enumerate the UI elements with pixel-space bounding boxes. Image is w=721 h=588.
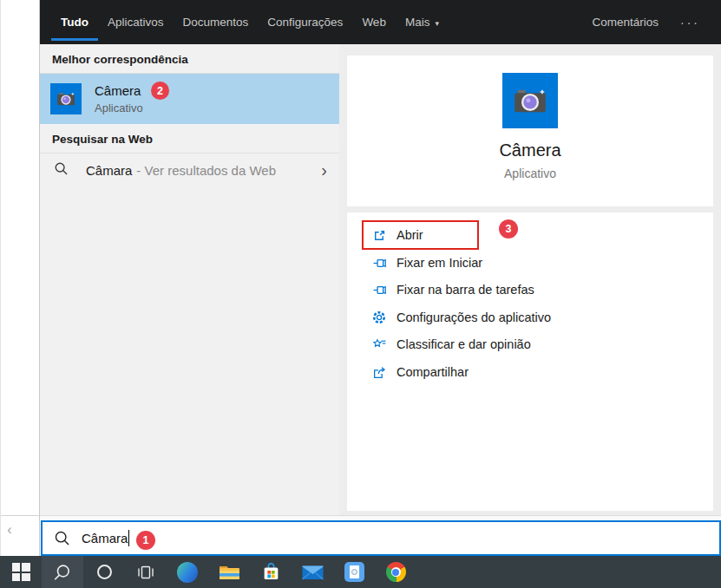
best-match-title: Câmera — [95, 83, 143, 98]
step-badge-3: 3 — [499, 219, 518, 238]
tab-web[interactable]: Web — [352, 0, 396, 44]
best-match-heading: Melhor correspondência — [40, 44, 339, 73]
search-input[interactable]: Câmara 1 — [41, 520, 721, 556]
store-button[interactable] — [250, 556, 292, 588]
chevron-right-icon: › — [321, 161, 327, 179]
search-filter-bar: Tudo Aplicativos Documentos Configuraçõe… — [40, 0, 721, 44]
search-icon — [54, 530, 70, 546]
taskbar — [0, 556, 721, 588]
scroll-left-arrow[interactable]: ‹ — [3, 521, 16, 539]
best-match-subtitle: Aplicativo — [95, 101, 143, 114]
strip-divider — [1, 515, 39, 516]
file-explorer-icon — [219, 564, 240, 581]
feedback-button[interactable]: Comentários — [592, 16, 659, 29]
app-actions-card: Abrir Fixar em Iniciar — [347, 212, 713, 511]
chrome-button[interactable] — [375, 556, 416, 588]
share-icon — [371, 364, 387, 380]
tab-aplicativos[interactable]: Aplicativos — [98, 0, 174, 44]
camera-app-icon — [50, 83, 82, 114]
web-suggestion-item[interactable]: Câmara- Ver resultados da Web › — [40, 154, 339, 186]
chrome-icon — [386, 562, 406, 582]
best-match-item[interactable]: Câmera Aplicativo 2 — [40, 74, 339, 124]
mail-button[interactable] — [292, 556, 333, 588]
search-icon — [54, 161, 69, 180]
filter-tabs: Tudo Aplicativos Documentos Configuraçõe… — [40, 0, 449, 44]
results-panel: Melhor correspondência Câmera Aplicati — [40, 44, 339, 515]
search-query-text: Câmara — [82, 531, 128, 546]
start-button[interactable] — [0, 556, 42, 588]
rate-icon — [371, 336, 387, 352]
pin-icon — [371, 255, 387, 271]
edge-icon — [177, 562, 198, 583]
windows-logo-icon — [12, 563, 30, 581]
step-badge-2: 2 — [151, 82, 169, 100]
action-label: Compartilhar — [397, 365, 469, 379]
cortana-icon — [97, 565, 112, 579]
action-compartilhar[interactable]: Compartilhar — [347, 360, 713, 384]
web-search-heading: Pesquisar na Web — [40, 124, 339, 153]
action-label: Configurações do aplicativo — [397, 310, 551, 324]
action-fixar-iniciar[interactable]: Fixar em Iniciar — [347, 251, 713, 275]
preview-panel: Câmera Aplicativo Abrir — [339, 44, 721, 515]
action-fixar-barra[interactable]: Fixar na barra de tarefas — [347, 278, 713, 302]
action-abrir[interactable]: Abrir — [347, 223, 713, 247]
search-icon — [53, 563, 72, 582]
action-label: Fixar na barra de tarefas — [397, 283, 534, 297]
document-viewer-icon — [344, 562, 364, 582]
tab-documentos[interactable]: Documentos — [174, 0, 259, 44]
app-title: Câmera — [499, 140, 560, 160]
tab-configuracoes[interactable]: Configurações — [258, 0, 352, 44]
store-icon — [261, 562, 281, 582]
taskbar-search-button[interactable] — [42, 556, 83, 588]
chevron-down-icon: ▾ — [435, 19, 439, 28]
action-classificar[interactable]: Classificar e dar opinião — [347, 332, 713, 356]
action-label: Abrir — [397, 228, 423, 242]
document-viewer-button[interactable] — [333, 556, 375, 588]
app-subtitle: Aplicativo — [504, 167, 556, 180]
open-icon — [371, 227, 387, 243]
camera-app-icon-large — [502, 73, 558, 128]
tab-mais[interactable]: Mais ▾ — [396, 0, 449, 44]
mail-icon — [302, 565, 324, 580]
cortana-button[interactable] — [83, 556, 125, 588]
edge-button[interactable] — [167, 556, 208, 588]
web-suggestion-suffix: - Ver resultados da Web — [136, 163, 276, 178]
gear-icon — [371, 310, 387, 325]
action-configuracoes[interactable]: Configurações do aplicativo — [347, 305, 713, 330]
pin-icon — [371, 282, 387, 297]
more-options-button[interactable]: ··· — [680, 16, 700, 29]
file-explorer-button[interactable] — [208, 556, 250, 588]
tab-tudo[interactable]: Tudo — [51, 0, 98, 44]
action-label: Fixar em Iniciar — [397, 256, 482, 270]
task-view-icon — [136, 563, 155, 582]
task-view-button[interactable] — [125, 556, 167, 588]
step-badge-1: 1 — [136, 531, 155, 550]
app-preview-card: Câmera Aplicativo — [347, 56, 713, 206]
web-suggestion-query: Câmara — [86, 163, 132, 178]
desktop-edge-strip: ‹ — [0, 0, 40, 556]
text-cursor — [128, 530, 129, 546]
action-label: Classificar e dar opinião — [397, 337, 531, 351]
search-flyout-window: Tudo Aplicativos Documentos Configuraçõe… — [40, 0, 721, 556]
